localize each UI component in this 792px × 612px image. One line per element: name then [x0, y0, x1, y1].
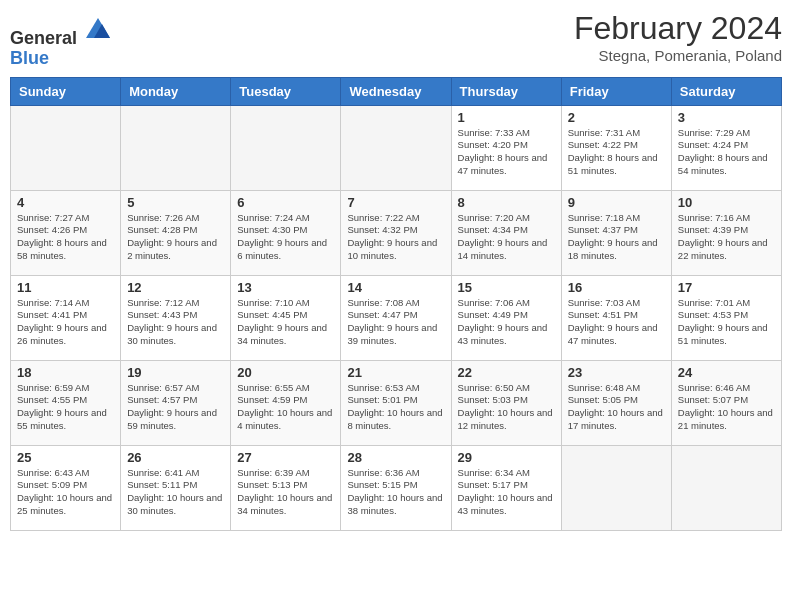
day-cell: 27Sunrise: 6:39 AM Sunset: 5:13 PM Dayli…: [231, 445, 341, 530]
day-info: Sunrise: 7:26 AM Sunset: 4:28 PM Dayligh…: [127, 212, 224, 263]
day-number: 6: [237, 195, 334, 210]
day-cell: 1Sunrise: 7:33 AM Sunset: 4:20 PM Daylig…: [451, 105, 561, 190]
day-number: 25: [17, 450, 114, 465]
subtitle: Stegna, Pomerania, Poland: [574, 47, 782, 64]
week-row-3: 18Sunrise: 6:59 AM Sunset: 4:55 PM Dayli…: [11, 360, 782, 445]
day-cell: [341, 105, 451, 190]
day-number: 14: [347, 280, 444, 295]
day-number: 27: [237, 450, 334, 465]
day-info: Sunrise: 6:57 AM Sunset: 4:57 PM Dayligh…: [127, 382, 224, 433]
day-info: Sunrise: 6:50 AM Sunset: 5:03 PM Dayligh…: [458, 382, 555, 433]
day-cell: 5Sunrise: 7:26 AM Sunset: 4:28 PM Daylig…: [121, 190, 231, 275]
day-number: 21: [347, 365, 444, 380]
logo: General Blue: [10, 16, 112, 69]
day-number: 7: [347, 195, 444, 210]
day-info: Sunrise: 7:18 AM Sunset: 4:37 PM Dayligh…: [568, 212, 665, 263]
day-info: Sunrise: 7:01 AM Sunset: 4:53 PM Dayligh…: [678, 297, 775, 348]
day-cell: 21Sunrise: 6:53 AM Sunset: 5:01 PM Dayli…: [341, 360, 451, 445]
day-cell: 10Sunrise: 7:16 AM Sunset: 4:39 PM Dayli…: [671, 190, 781, 275]
week-row-1: 4Sunrise: 7:27 AM Sunset: 4:26 PM Daylig…: [11, 190, 782, 275]
day-number: 5: [127, 195, 224, 210]
day-number: 20: [237, 365, 334, 380]
weekday-header-monday: Monday: [121, 77, 231, 105]
day-info: Sunrise: 6:59 AM Sunset: 4:55 PM Dayligh…: [17, 382, 114, 433]
day-info: Sunrise: 7:10 AM Sunset: 4:45 PM Dayligh…: [237, 297, 334, 348]
day-number: 26: [127, 450, 224, 465]
logo-general-text: General: [10, 28, 77, 48]
day-number: 24: [678, 365, 775, 380]
day-info: Sunrise: 7:12 AM Sunset: 4:43 PM Dayligh…: [127, 297, 224, 348]
day-cell: 12Sunrise: 7:12 AM Sunset: 4:43 PM Dayli…: [121, 275, 231, 360]
day-cell: [671, 445, 781, 530]
weekday-header-wednesday: Wednesday: [341, 77, 451, 105]
day-cell: [231, 105, 341, 190]
day-number: 17: [678, 280, 775, 295]
day-number: 1: [458, 110, 555, 125]
day-info: Sunrise: 7:24 AM Sunset: 4:30 PM Dayligh…: [237, 212, 334, 263]
week-row-4: 25Sunrise: 6:43 AM Sunset: 5:09 PM Dayli…: [11, 445, 782, 530]
weekday-header-row: SundayMondayTuesdayWednesdayThursdayFrid…: [11, 77, 782, 105]
day-cell: 20Sunrise: 6:55 AM Sunset: 4:59 PM Dayli…: [231, 360, 341, 445]
day-info: Sunrise: 6:41 AM Sunset: 5:11 PM Dayligh…: [127, 467, 224, 518]
day-cell: 22Sunrise: 6:50 AM Sunset: 5:03 PM Dayli…: [451, 360, 561, 445]
day-cell: 29Sunrise: 6:34 AM Sunset: 5:17 PM Dayli…: [451, 445, 561, 530]
day-number: 28: [347, 450, 444, 465]
day-info: Sunrise: 6:43 AM Sunset: 5:09 PM Dayligh…: [17, 467, 114, 518]
day-number: 22: [458, 365, 555, 380]
day-cell: 4Sunrise: 7:27 AM Sunset: 4:26 PM Daylig…: [11, 190, 121, 275]
day-info: Sunrise: 6:46 AM Sunset: 5:07 PM Dayligh…: [678, 382, 775, 433]
day-number: 11: [17, 280, 114, 295]
day-cell: 7Sunrise: 7:22 AM Sunset: 4:32 PM Daylig…: [341, 190, 451, 275]
day-info: Sunrise: 6:34 AM Sunset: 5:17 PM Dayligh…: [458, 467, 555, 518]
weekday-header-saturday: Saturday: [671, 77, 781, 105]
day-cell: 17Sunrise: 7:01 AM Sunset: 4:53 PM Dayli…: [671, 275, 781, 360]
day-cell: 28Sunrise: 6:36 AM Sunset: 5:15 PM Dayli…: [341, 445, 451, 530]
day-info: Sunrise: 7:29 AM Sunset: 4:24 PM Dayligh…: [678, 127, 775, 178]
day-info: Sunrise: 6:55 AM Sunset: 4:59 PM Dayligh…: [237, 382, 334, 433]
logo-blue-text: Blue: [10, 48, 49, 68]
day-number: 29: [458, 450, 555, 465]
day-cell: 9Sunrise: 7:18 AM Sunset: 4:37 PM Daylig…: [561, 190, 671, 275]
weekday-header-thursday: Thursday: [451, 77, 561, 105]
main-title: February 2024: [574, 10, 782, 47]
day-number: 10: [678, 195, 775, 210]
day-number: 16: [568, 280, 665, 295]
day-cell: 15Sunrise: 7:06 AM Sunset: 4:49 PM Dayli…: [451, 275, 561, 360]
weekday-header-tuesday: Tuesday: [231, 77, 341, 105]
day-cell: 8Sunrise: 7:20 AM Sunset: 4:34 PM Daylig…: [451, 190, 561, 275]
day-cell: 2Sunrise: 7:31 AM Sunset: 4:22 PM Daylig…: [561, 105, 671, 190]
day-info: Sunrise: 6:36 AM Sunset: 5:15 PM Dayligh…: [347, 467, 444, 518]
day-cell: 16Sunrise: 7:03 AM Sunset: 4:51 PM Dayli…: [561, 275, 671, 360]
day-number: 18: [17, 365, 114, 380]
weekday-header-friday: Friday: [561, 77, 671, 105]
day-info: Sunrise: 7:20 AM Sunset: 4:34 PM Dayligh…: [458, 212, 555, 263]
day-info: Sunrise: 6:39 AM Sunset: 5:13 PM Dayligh…: [237, 467, 334, 518]
week-row-2: 11Sunrise: 7:14 AM Sunset: 4:41 PM Dayli…: [11, 275, 782, 360]
day-info: Sunrise: 7:06 AM Sunset: 4:49 PM Dayligh…: [458, 297, 555, 348]
day-cell: 13Sunrise: 7:10 AM Sunset: 4:45 PM Dayli…: [231, 275, 341, 360]
day-info: Sunrise: 7:33 AM Sunset: 4:20 PM Dayligh…: [458, 127, 555, 178]
day-number: 9: [568, 195, 665, 210]
day-info: Sunrise: 7:27 AM Sunset: 4:26 PM Dayligh…: [17, 212, 114, 263]
logo-icon: [84, 16, 112, 44]
day-cell: 14Sunrise: 7:08 AM Sunset: 4:47 PM Dayli…: [341, 275, 451, 360]
day-cell: 25Sunrise: 6:43 AM Sunset: 5:09 PM Dayli…: [11, 445, 121, 530]
day-info: Sunrise: 6:53 AM Sunset: 5:01 PM Dayligh…: [347, 382, 444, 433]
day-number: 15: [458, 280, 555, 295]
day-number: 19: [127, 365, 224, 380]
day-cell: 26Sunrise: 6:41 AM Sunset: 5:11 PM Dayli…: [121, 445, 231, 530]
day-info: Sunrise: 7:31 AM Sunset: 4:22 PM Dayligh…: [568, 127, 665, 178]
day-cell: 3Sunrise: 7:29 AM Sunset: 4:24 PM Daylig…: [671, 105, 781, 190]
day-cell: [11, 105, 121, 190]
day-info: Sunrise: 6:48 AM Sunset: 5:05 PM Dayligh…: [568, 382, 665, 433]
day-cell: 19Sunrise: 6:57 AM Sunset: 4:57 PM Dayli…: [121, 360, 231, 445]
day-info: Sunrise: 7:03 AM Sunset: 4:51 PM Dayligh…: [568, 297, 665, 348]
day-cell: 23Sunrise: 6:48 AM Sunset: 5:05 PM Dayli…: [561, 360, 671, 445]
weekday-header-sunday: Sunday: [11, 77, 121, 105]
day-number: 8: [458, 195, 555, 210]
week-row-0: 1Sunrise: 7:33 AM Sunset: 4:20 PM Daylig…: [11, 105, 782, 190]
day-cell: 18Sunrise: 6:59 AM Sunset: 4:55 PM Dayli…: [11, 360, 121, 445]
day-number: 4: [17, 195, 114, 210]
day-cell: 6Sunrise: 7:24 AM Sunset: 4:30 PM Daylig…: [231, 190, 341, 275]
day-number: 12: [127, 280, 224, 295]
